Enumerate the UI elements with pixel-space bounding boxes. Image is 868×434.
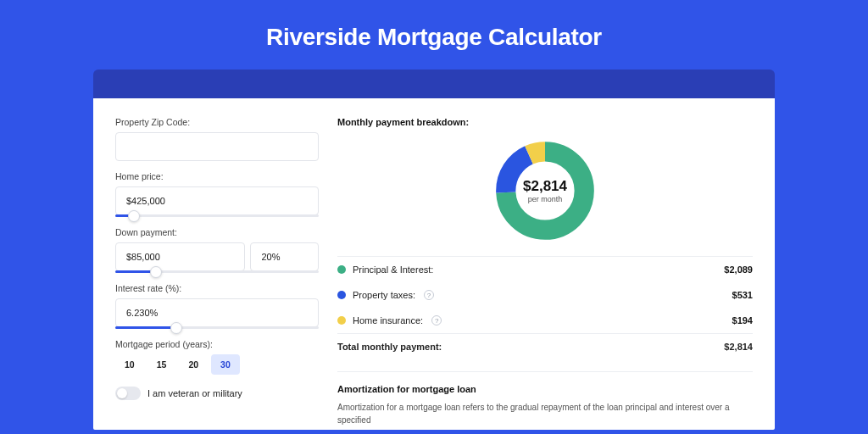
total-value: $2,814 <box>724 342 753 352</box>
period-option-15[interactable]: 15 <box>147 354 176 375</box>
home-price-slider[interactable] <box>115 214 319 217</box>
mortgage-period-pills: 10 15 20 30 <box>115 354 319 375</box>
hero-banner <box>93 70 775 98</box>
dot-icon <box>337 291 346 299</box>
calculator-card: Property Zip Code: Home price: Down paym… <box>93 98 775 430</box>
donut-center: $2,814 per month <box>493 139 597 242</box>
zip-input[interactable] <box>115 132 319 161</box>
period-option-20[interactable]: 20 <box>179 354 208 375</box>
home-price-group: Home price: <box>115 171 319 217</box>
legend-label: Home insurance: <box>353 315 423 326</box>
mortgage-period-label: Mortgage period (years): <box>115 339 319 349</box>
legend-value: $194 <box>732 315 753 326</box>
inputs-column: Property Zip Code: Home price: Down paym… <box>115 117 319 426</box>
veteran-row: I am veteran or military <box>115 387 319 400</box>
dot-icon <box>337 265 346 274</box>
down-payment-label: Down payment: <box>115 227 319 237</box>
zip-group: Property Zip Code: <box>115 117 319 161</box>
zip-label: Property Zip Code: <box>115 117 319 127</box>
amortization-text: Amortization for a mortgage loan refers … <box>337 401 753 426</box>
dot-icon <box>337 316 346 325</box>
legend-row-insurance: Home insurance: ? $194 <box>337 308 753 333</box>
interest-rate-input[interactable] <box>115 298 319 327</box>
interest-rate-slider[interactable] <box>115 326 319 329</box>
home-price-input[interactable] <box>115 186 319 215</box>
down-payment-amount-input[interactable] <box>115 242 245 271</box>
legend-row-total: Total monthly payment: $2,814 <box>337 333 753 359</box>
legend-value: $531 <box>732 290 753 300</box>
amortization-title: Amortization for mortgage loan <box>337 384 753 394</box>
period-option-10[interactable]: 10 <box>115 354 144 375</box>
interest-rate-label: Interest rate (%): <box>115 283 319 293</box>
payment-donut-chart: $2,814 per month <box>493 139 597 242</box>
info-icon[interactable]: ? <box>431 315 442 326</box>
amortization-section: Amortization for mortgage loan Amortizat… <box>337 371 753 426</box>
legend: Principal & Interest: $2,089 Property ta… <box>337 256 753 359</box>
legend-label: Principal & Interest: <box>353 264 433 275</box>
breakdown-title: Monthly payment breakdown: <box>337 117 753 127</box>
info-icon[interactable]: ? <box>424 290 434 300</box>
down-payment-group: Down payment: <box>115 227 319 273</box>
mortgage-period-group: Mortgage period (years): 10 15 20 30 <box>115 339 319 375</box>
down-payment-percent-input[interactable] <box>250 242 319 271</box>
veteran-label: I am veteran or military <box>147 388 242 398</box>
home-price-label: Home price: <box>115 171 319 181</box>
down-payment-slider[interactable] <box>115 270 319 273</box>
legend-label: Property taxes: <box>353 290 415 300</box>
donut-amount: $2,814 <box>523 178 567 195</box>
breakdown-column: Monthly payment breakdown: $2,814 per mo… <box>337 117 753 426</box>
veteran-toggle[interactable] <box>115 387 141 400</box>
legend-row-taxes: Property taxes: ? $531 <box>337 282 753 308</box>
page-title: Riverside Mortgage Calculator <box>0 0 868 70</box>
donut-wrap: $2,814 per month <box>337 131 753 256</box>
period-option-30[interactable]: 30 <box>211 354 240 375</box>
interest-rate-group: Interest rate (%): <box>115 283 319 329</box>
total-label: Total monthly payment: <box>337 342 442 352</box>
legend-value: $2,089 <box>724 264 753 275</box>
legend-row-principal: Principal & Interest: $2,089 <box>337 257 753 282</box>
donut-sub: per month <box>528 195 563 203</box>
